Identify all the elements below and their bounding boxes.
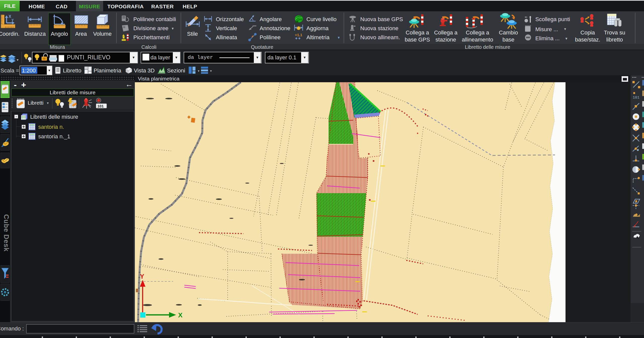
svg-text:Y: Y xyxy=(140,273,144,280)
svg-text:101: 101 xyxy=(97,104,104,108)
svg-text:101: 101 xyxy=(633,96,639,100)
svg-text:y: y xyxy=(12,18,14,22)
svg-text:X: X xyxy=(178,311,183,319)
svg-text:X: X xyxy=(9,14,11,19)
svg-text:+1.1: +1.1 xyxy=(295,33,302,37)
